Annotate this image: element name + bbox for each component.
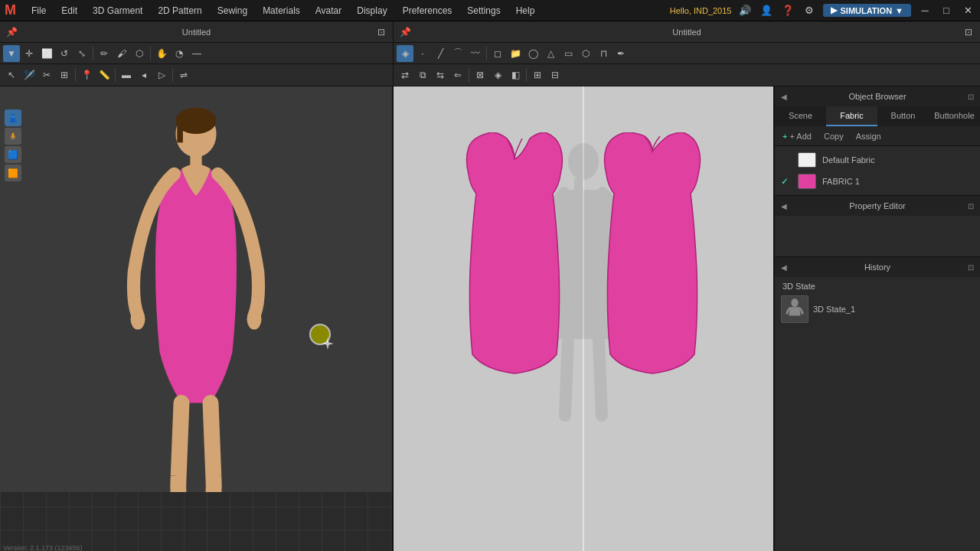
history-thumb-svg xyxy=(784,298,805,320)
history-section: ◀ History ⊡ 3D State 3D State_1 xyxy=(775,257,980,551)
tab-fabric[interactable]: Fabric xyxy=(826,106,877,126)
line-tool[interactable]: — xyxy=(188,45,205,62)
move-tool[interactable]: ✛ xyxy=(21,45,38,62)
pencil-tool[interactable]: ✏ xyxy=(96,45,113,62)
rotate-tool[interactable]: ↺ xyxy=(56,45,73,62)
grab-tool[interactable]: ✋ xyxy=(153,45,170,62)
fabric-item-default[interactable]: Default Fabric xyxy=(775,149,980,171)
close-icon[interactable]: ✕ xyxy=(960,3,975,18)
2d-move-tool[interactable]: ⇄ xyxy=(397,67,413,83)
minus-tool[interactable]: ▬ xyxy=(118,67,135,83)
2d-line-tool[interactable]: ╱ xyxy=(432,45,449,62)
avatar-svg xyxy=(96,90,296,527)
avatar-skin-icon[interactable]: 🟧 xyxy=(5,165,21,181)
brush-tool[interactable]: 🖌 xyxy=(113,45,130,62)
menu-sewing[interactable]: Sewing xyxy=(211,4,253,18)
menu-2d-pattern[interactable]: 2D Pattern xyxy=(152,4,207,18)
pin-right-icon[interactable]: 📌 xyxy=(397,24,413,41)
viewport-2d[interactable] xyxy=(394,86,773,551)
2d-pen-tool[interactable]: ✒ xyxy=(612,45,629,62)
arc-tool[interactable]: ◔ xyxy=(171,45,188,62)
menu-preferences[interactable]: Preferences xyxy=(397,4,459,18)
volume-icon[interactable]: 🔊 xyxy=(737,3,753,18)
2d-circ-tool[interactable]: ◯ xyxy=(524,45,541,62)
menu-edit[interactable]: Edit xyxy=(55,4,83,18)
transform-tool[interactable]: ⬜ xyxy=(38,45,55,62)
minimize-icon[interactable]: ─ xyxy=(917,3,933,18)
ob-left-arrow[interactable]: ◀ xyxy=(781,93,787,101)
svg-rect-9 xyxy=(574,178,583,190)
viewport-3d[interactable]: 👗 🧍 🟦 🟧 xyxy=(0,86,394,551)
avatar-style-icon[interactable]: 🟦 xyxy=(5,146,21,163)
unpin-right-icon[interactable]: ⊡ xyxy=(960,24,977,41)
avatar-pose-icon[interactable]: 👗 xyxy=(5,109,21,126)
2d-tri-tool[interactable]: △ xyxy=(542,45,559,62)
menu-display[interactable]: Display xyxy=(351,4,393,18)
2d-shape-tool[interactable]: ◻ xyxy=(489,45,506,62)
arrow-tool[interactable]: ↖ xyxy=(3,67,20,83)
pin-left-icon[interactable]: 📌 xyxy=(3,24,20,41)
user-icon[interactable]: 👤 xyxy=(759,3,774,18)
fabric-assign-button[interactable]: Assign xyxy=(851,130,886,142)
2d-folder-tool[interactable]: 📁 xyxy=(507,45,524,62)
select-tool[interactable]: ▼ xyxy=(3,45,20,62)
object-browser-title: Object Browser xyxy=(790,92,965,101)
dart-tool[interactable]: ◂ xyxy=(136,67,152,83)
pleat-tool[interactable]: ▷ xyxy=(153,67,170,83)
help-icon[interactable]: ❓ xyxy=(780,3,795,18)
2d-grid-tool[interactable]: ⊞ xyxy=(529,67,546,83)
sim-dropdown-icon[interactable]: ▼ xyxy=(895,6,903,15)
avatar-figure-icon[interactable]: 🧍 xyxy=(5,128,21,145)
tab-buttonhole[interactable]: Buttonhole xyxy=(929,106,980,126)
2d-suture-tool[interactable]: ⊠ xyxy=(472,67,488,83)
pin-tool[interactable]: 📍 xyxy=(78,67,95,83)
hist-left-arrow[interactable]: ◀ xyxy=(781,263,787,272)
2d-point-tool[interactable]: · xyxy=(414,45,431,62)
object-browser-header: ◀ Object Browser ⊡ xyxy=(775,86,980,106)
gather-tool[interactable]: ⇌ xyxy=(175,67,192,83)
scissors-tool[interactable]: ✂ xyxy=(38,67,55,83)
scale-tool[interactable]: ⤡ xyxy=(74,45,90,62)
2d-knife-tool[interactable]: ◧ xyxy=(507,67,524,83)
simulation-button[interactable]: ▶ SIMULATION ▼ xyxy=(823,4,911,17)
unpin-left-icon[interactable]: ⊡ xyxy=(373,24,390,41)
menu-file[interactable]: File xyxy=(25,4,52,18)
measure-tool[interactable]: 📏 xyxy=(96,67,113,83)
pe-left-arrow[interactable]: ◀ xyxy=(781,202,787,210)
fabric-add-button[interactable]: + + Add xyxy=(778,130,816,142)
toolbar-area: 📌 Untitled ⊡ ▼ ✛ ⬜ ↺ ⤡ ✏ 🖌 ⬡ ✋ ◔ — ↖ 🪡 ✂… xyxy=(0,21,980,86)
needle-tool[interactable]: 🪡 xyxy=(21,67,38,83)
2d-curve-tool[interactable]: 〰 xyxy=(467,45,484,62)
seam-tool[interactable]: ⊞ xyxy=(56,67,73,83)
pe-pin-icon[interactable]: ⊡ xyxy=(968,202,974,210)
hist-pin-icon[interactable]: ⊡ xyxy=(968,263,974,272)
svg-point-10 xyxy=(791,298,798,307)
2d-rect-tool[interactable]: ▭ xyxy=(560,45,577,62)
tab-button[interactable]: Button xyxy=(877,106,929,126)
history-item-0[interactable]: 3D State_1 xyxy=(778,292,977,326)
2d-arrow2-tool[interactable]: ⇆ xyxy=(432,67,449,83)
menu-materials[interactable]: Materials xyxy=(256,4,306,18)
edit-tool[interactable]: ⬡ xyxy=(131,45,148,62)
tab-scene[interactable]: Scene xyxy=(775,106,826,126)
version-info: Version: 2.1.173 (123456) xyxy=(3,544,83,551)
2d-edit-tool[interactable]: ◈ xyxy=(489,67,506,83)
2d-path-tool[interactable]: ⊓ xyxy=(595,45,612,62)
fabric-item-1[interactable]: ✓ FABRIC 1 xyxy=(775,171,980,192)
maximize-icon[interactable]: □ xyxy=(939,3,954,18)
2d-snap-tool[interactable]: ⧉ xyxy=(414,67,431,83)
2d-pattern-tool[interactable]: ⊟ xyxy=(547,67,564,83)
settings-icon[interactable]: ⚙ xyxy=(802,3,817,18)
menu-help[interactable]: Help xyxy=(510,4,541,18)
2d-mirror-tool[interactable]: ⇐ xyxy=(449,67,466,83)
menu-settings[interactable]: Settings xyxy=(461,4,506,18)
ob-pin-icon[interactable]: ⊡ xyxy=(968,93,974,101)
menu-3d-garment[interactable]: 3D Garment xyxy=(87,4,149,18)
2d-oct-tool[interactable]: ⬡ xyxy=(577,45,594,62)
menu-avatar[interactable]: Avatar xyxy=(309,4,348,18)
fabric-copy-button[interactable]: Copy xyxy=(819,130,848,142)
2d-arc-tool[interactable]: ⌒ xyxy=(449,45,466,62)
2d-select-tool[interactable]: ◈ xyxy=(397,45,413,62)
default-fabric-name: Default Fabric xyxy=(822,155,874,165)
property-editor-title: Property Editor xyxy=(790,201,965,210)
